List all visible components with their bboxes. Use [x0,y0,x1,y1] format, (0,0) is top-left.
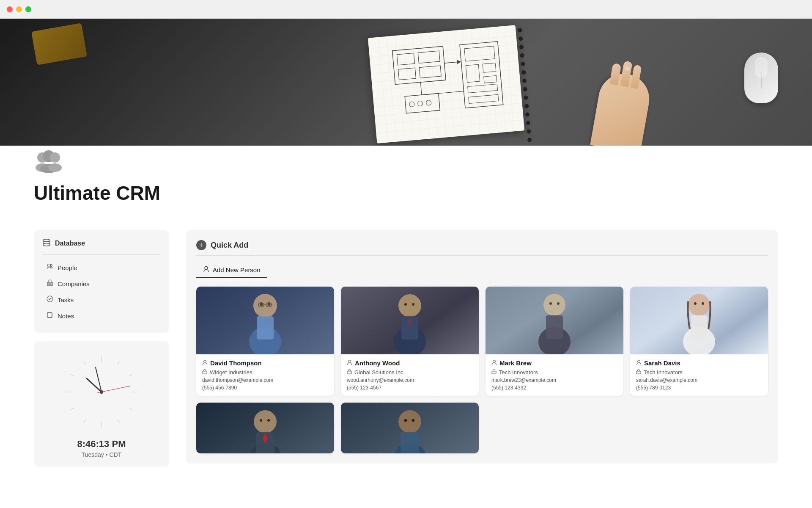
tab-person-icon [203,266,209,274]
person-card-david[interactable]: David Thompson Widget Industries [196,287,334,396]
svg-rect-57 [49,284,49,285]
sidebar-item-people-label: People [58,264,77,271]
two-column-layout: Database People [34,230,778,467]
person-card-anthony[interactable]: Anthony Wood Global Solutions Inc. [341,287,479,396]
clock-face [59,350,144,434]
right-content: + Quick Add Add New Person [186,230,778,464]
card-name-david: David Thompson [202,359,328,367]
svg-point-111 [694,302,697,305]
svg-line-70 [118,420,120,423]
sidebar-item-people[interactable]: People [42,260,161,275]
hero-banner [0,19,812,146]
svg-line-66 [118,361,120,364]
svg-rect-92 [203,371,207,374]
svg-line-78 [96,367,102,392]
card-phone-mark: (555) 123-4332 [491,385,617,391]
person-card-mark[interactable]: Mark Brew Tech Innovators [486,287,623,396]
card-phone-sarah: (555) 789-0123 [636,385,762,391]
card-info-sarah: Sarah Davis Tech Innovators [630,354,768,396]
svg-point-125 [412,419,414,422]
card-email-david: david.thompson@example.com [202,377,328,383]
svg-rect-36 [466,64,480,82]
company-text-mark: Tech Innovators [499,369,538,375]
sidebar-item-tasks[interactable]: Tasks [42,292,161,307]
people-cards-grid-row2 [196,403,768,453]
notes-icon [47,312,53,320]
svg-point-104 [549,302,552,305]
name-text-anthony: Anthony Wood [355,359,400,367]
svg-point-115 [254,410,277,433]
svg-rect-103 [546,315,563,339]
minimize-button[interactable] [16,6,22,12]
clock-widget: 8:46:13 PM Tuesday • CDT [34,341,169,467]
svg-point-119 [260,419,262,422]
person-card-sarah[interactable]: Sarah Davis Tech Innovators [630,287,768,396]
database-label: Database [55,240,85,247]
card-company-mark: Tech Innovators [491,369,617,375]
svg-point-82 [205,267,208,270]
sidebar-item-notes-label: Notes [58,312,74,320]
svg-point-106 [493,360,496,363]
maximize-button[interactable] [25,6,31,12]
name-text-david: David Thompson [210,359,262,367]
card-photo-mark [486,287,623,354]
svg-rect-39 [468,84,498,93]
company-text-anthony: Global Solutions Inc. [354,369,405,375]
database-section-title: Database [42,238,161,248]
person-icon-david [202,359,208,367]
card-phone-anthony: (555) 123-4567 [347,385,473,391]
quick-add-section: + Quick Add Add New Person [186,230,778,464]
card-company-anthony: Global Solutions Inc. [347,369,473,375]
quick-add-title: Quick Add [211,241,248,250]
svg-point-99 [348,360,351,363]
sidebar-item-tasks-label: Tasks [58,296,74,304]
svg-point-83 [253,294,277,318]
tasks-icon [47,295,53,304]
company-text-david: Widget Industries [210,369,252,375]
card-phone-david: (555) 456-7890 [202,385,328,391]
person-card-6[interactable] [341,403,479,453]
company-icon-sarah [636,369,641,375]
svg-rect-58 [50,284,51,285]
svg-line-41 [420,82,422,95]
titlebar [0,0,812,19]
person-card-5[interactable] [196,403,334,453]
page-title: Ultimate CRM [34,182,778,204]
svg-rect-35 [464,46,495,61]
card-photo-david [196,287,334,354]
clock-time: 8:46:13 PM [77,439,126,450]
card-email-mark: mark.brew23@example.com [491,377,617,383]
tab-add-new-person[interactable]: Add New Person [196,262,267,278]
sidebar-item-notes[interactable]: Notes [42,308,161,323]
svg-point-53 [43,239,50,242]
people-cards-grid: David Thompson Widget Industries [196,287,768,396]
sidebar-item-companies[interactable]: Companies [42,276,161,291]
card-name-anthony: Anthony Wood [347,359,473,367]
svg-line-67 [129,374,133,376]
mouse-decoration [744,52,778,103]
svg-point-91 [204,360,206,363]
company-icon-mark [491,369,497,375]
svg-point-108 [688,294,710,316]
close-button[interactable] [7,6,13,12]
svg-rect-38 [484,76,497,83]
svg-point-113 [638,360,640,363]
plus-symbol: + [199,241,203,249]
svg-point-81 [101,391,102,393]
svg-line-76 [84,361,86,364]
svg-rect-30 [398,68,416,80]
person-icon-mark [491,359,497,367]
svg-rect-34 [460,41,503,108]
svg-rect-31 [419,66,441,78]
name-text-mark: Mark Brew [499,359,532,367]
name-text-sarah: Sarah Davis [644,359,680,367]
card-name-mark: Mark Brew [491,359,617,367]
database-section: Database People [34,230,169,333]
svg-point-112 [702,302,704,305]
svg-rect-37 [483,63,496,73]
quick-add-header: + Quick Add [196,240,768,256]
svg-rect-85 [257,316,274,340]
company-icon-david [202,369,207,375]
svg-rect-43 [405,94,440,113]
svg-rect-114 [636,371,641,374]
